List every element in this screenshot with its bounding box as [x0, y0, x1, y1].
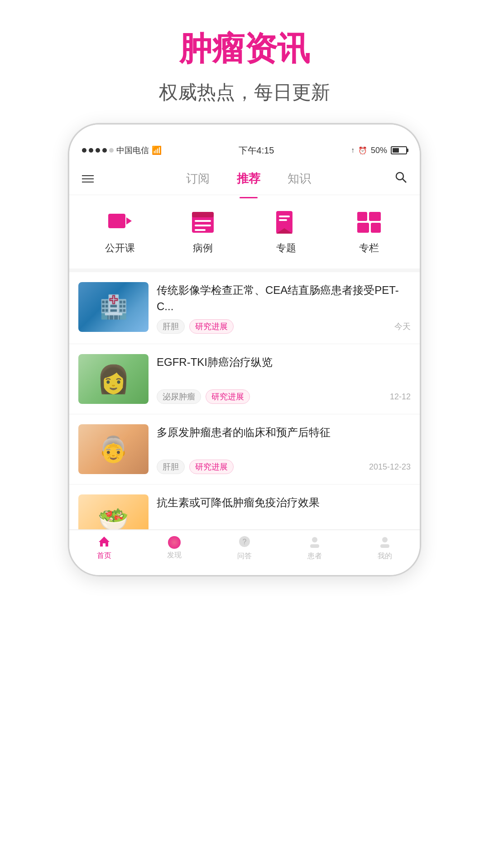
nav-profile-label: 我的	[378, 551, 392, 561]
news-content-3: 多原发肿瘤患者的临床和预产后特征 肝胆 研究进展 2015-12-23	[157, 424, 411, 474]
news-tag-3-1: 研究进展	[189, 460, 234, 474]
news-thumb-1	[78, 282, 149, 332]
patient-icon	[308, 535, 321, 550]
category-special[interactable]: 专题	[270, 209, 302, 255]
nav-tabs-items: 订阅 推荐 知识	[106, 167, 391, 190]
news-item-1[interactable]: 传统影像学检查正常、CEA结直肠癌患者接受PET-C... 肝胆 研究进展 今天	[69, 272, 420, 344]
home-icon	[98, 536, 110, 549]
news-date-1: 今天	[394, 321, 411, 332]
news-tag-2-0: 泌尿肿瘤	[157, 389, 201, 404]
page-title: 肿瘤资讯	[159, 27, 330, 71]
svg-rect-14	[369, 212, 381, 221]
phone-shell: 中国电信 📶 下午4:15 ↑ ⏰ 50% 订阅 推荐 知识	[68, 123, 421, 576]
category-label-open-course: 公开课	[105, 241, 135, 255]
menu-button[interactable]	[78, 172, 97, 186]
svg-point-0	[396, 173, 403, 180]
svg-text:?: ?	[243, 538, 247, 546]
news-tag-1-0: 肝胆	[157, 319, 185, 334]
news-content-4: 抗生素或可降低肿瘤免疫治疗效果	[157, 494, 411, 519]
nav-discover[interactable]: 发现	[139, 530, 210, 566]
news-title-1: 传统影像学检查正常、CEA结直肠癌患者接受PET-C...	[157, 282, 411, 315]
nav-patient-label: 患者	[307, 551, 322, 561]
news-meta-3: 肝胆 研究进展 2015-12-23	[157, 460, 411, 474]
news-date-3: 2015-12-23	[369, 462, 411, 472]
news-item-2[interactable]: EGFR-TKI肺癌治疗纵览 泌尿肿瘤 研究进展 12-12	[69, 344, 420, 414]
news-tag-2-1: 研究进展	[206, 389, 250, 404]
news-thumb-3	[78, 424, 149, 474]
news-tag-3-0: 肝胆	[157, 460, 185, 474]
location-icon: ↑	[351, 146, 355, 154]
svg-line-1	[403, 179, 406, 182]
category-open-course[interactable]: 公开课	[104, 209, 136, 255]
tab-recommend[interactable]: 推荐	[237, 167, 260, 190]
news-list: 传统影像学检查正常、CEA结直肠癌患者接受PET-C... 肝胆 研究进展 今天…	[69, 272, 420, 530]
svg-rect-5	[192, 212, 214, 217]
news-content-1: 传统影像学检查正常、CEA结直肠癌患者接受PET-C... 肝胆 研究进展 今天	[157, 282, 411, 334]
nav-tabs: 订阅 推荐 知识	[69, 163, 420, 195]
news-item-4[interactable]: 抗生素或可降低肿瘤免疫治疗效果	[69, 484, 420, 530]
svg-rect-7	[195, 225, 211, 226]
news-meta-1: 肝胆 研究进展 今天	[157, 319, 411, 334]
bottom-nav: 首页 发现 ? 问答 患者	[69, 530, 420, 566]
svg-rect-15	[357, 223, 369, 233]
news-thumb-2	[78, 354, 149, 404]
carrier-label: 中国电信	[116, 145, 149, 156]
battery-fill	[393, 148, 399, 153]
page-header: 肿瘤资讯 权威热点，每日更新	[159, 0, 330, 123]
wifi-icon: 📶	[152, 145, 162, 155]
svg-rect-23	[380, 544, 389, 548]
svg-point-20	[312, 537, 317, 542]
news-content-2: EGFR-TKI肺癌治疗纵览 泌尿肿瘤 研究进展 12-12	[157, 354, 411, 404]
nav-home-label: 首页	[97, 551, 111, 561]
svg-rect-12	[279, 219, 287, 221]
bookmark-icon	[270, 209, 302, 236]
svg-marker-3	[126, 217, 132, 225]
video-icon	[104, 209, 136, 236]
page-subtitle: 权威热点，每日更新	[159, 80, 330, 105]
nav-home[interactable]: 首页	[69, 530, 139, 566]
svg-marker-17	[99, 537, 110, 547]
list-icon	[187, 209, 219, 236]
tab-subscribe[interactable]: 订阅	[186, 167, 210, 190]
profile-icon	[379, 535, 391, 550]
category-label-case: 病例	[193, 241, 213, 255]
nav-qa[interactable]: ? 问答	[210, 530, 280, 566]
status-time: 下午4:15	[239, 144, 274, 157]
nav-profile[interactable]: 我的	[350, 530, 420, 566]
svg-rect-8	[195, 229, 206, 231]
grid-icon	[353, 209, 385, 236]
news-title-4: 抗生素或可降低肿瘤免疫治疗效果	[157, 494, 411, 511]
battery-bar	[391, 146, 407, 154]
search-button[interactable]	[391, 167, 411, 190]
news-date-2: 12-12	[390, 392, 411, 402]
news-title-2: EGFR-TKI肺癌治疗纵览	[157, 354, 411, 370]
svg-rect-21	[310, 544, 319, 548]
svg-rect-6	[195, 220, 211, 222]
nav-discover-label: 发现	[167, 551, 182, 560]
alarm-icon: ⏰	[358, 146, 367, 155]
nav-qa-label: 问答	[237, 551, 252, 561]
category-label-special: 专题	[276, 241, 296, 255]
svg-rect-11	[279, 216, 290, 217]
nav-patient[interactable]: 患者	[279, 530, 350, 566]
status-left: 中国电信 📶	[82, 145, 162, 156]
news-title-3: 多原发肿瘤患者的临床和预产后特征	[157, 424, 411, 441]
qa-icon: ?	[238, 535, 251, 550]
news-tag-1-1: 研究进展	[189, 319, 234, 334]
category-label-column: 专栏	[359, 241, 379, 255]
svg-rect-16	[371, 223, 381, 233]
signal-dots	[82, 148, 114, 153]
news-thumb-4	[78, 494, 149, 530]
category-column[interactable]: 专栏	[353, 209, 385, 255]
category-case[interactable]: 病例	[187, 209, 219, 255]
status-bar: 中国电信 📶 下午4:15 ↑ ⏰ 50%	[69, 138, 420, 163]
tab-knowledge[interactable]: 知识	[288, 167, 311, 190]
status-right: ↑ ⏰ 50%	[351, 146, 407, 155]
svg-rect-2	[108, 214, 125, 228]
news-meta-2: 泌尿肿瘤 研究进展 12-12	[157, 389, 411, 404]
svg-rect-13	[357, 212, 367, 221]
discover-icon	[168, 536, 181, 549]
news-item-3[interactable]: 多原发肿瘤患者的临床和预产后特征 肝胆 研究进展 2015-12-23	[69, 414, 420, 484]
category-row: 公开课 病例	[69, 195, 420, 272]
battery-percent: 50%	[371, 146, 387, 155]
